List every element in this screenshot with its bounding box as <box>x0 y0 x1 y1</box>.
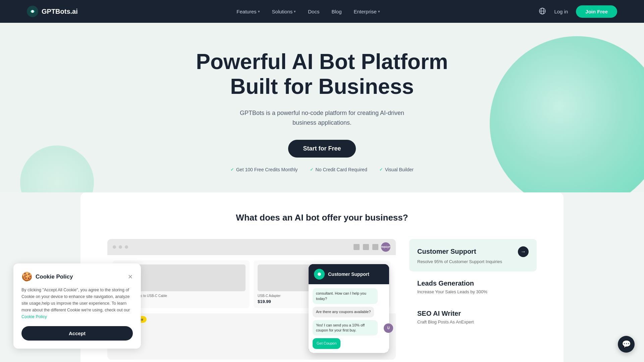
brand-name: GPTBots.ai <box>42 8 78 15</box>
cookie-title: Cookie Policy <box>36 274 73 280</box>
check-icon: ✓ <box>230 167 234 172</box>
nav-item-docs[interactable]: Docs <box>308 9 319 14</box>
login-link[interactable]: Log in <box>554 9 568 14</box>
chat-user-avatar: U <box>384 323 393 333</box>
feature-leads-generation[interactable]: Leads Generation Increase Your Sales Lea… <box>409 272 537 302</box>
feature-title: Customer Support <box>417 248 476 255</box>
hero-feature-visual-builder-label: Visual Builder <box>385 167 414 172</box>
browser-user-avatar: 6bjk2yff <box>381 242 390 252</box>
user-code-label: 6bjk2yff <box>381 246 390 248</box>
svg-rect-6 <box>363 244 369 250</box>
right-panel: Customer Support → Resolve 95% of Custom… <box>409 239 537 332</box>
hero-content: Powerful AI Bot Platform Built for Busin… <box>188 50 456 172</box>
chat-widget-header: Customer Support <box>309 264 389 284</box>
hero-feature-no-card: ✓ No Credit Card Required <box>310 167 367 172</box>
browser-icons <box>354 244 378 250</box>
nav-item-blog[interactable]: Blog <box>331 9 341 14</box>
feature-title-2: Leads Generation <box>417 280 474 287</box>
chatbot-fab-button[interactable]: 💬 <box>618 336 635 353</box>
cookie-emoji: 🍪 <box>21 272 32 282</box>
hero-section: Powerful AI Bot Platform Built for Busin… <box>0 23 644 192</box>
cookie-policy-link[interactable]: Cookie Policy <box>21 314 47 319</box>
cookie-banner: 🍪 Cookie Policy ✕ By clicking "Accept Al… <box>13 263 141 349</box>
chat-widget: Customer Support consultant. How can I h… <box>309 264 389 353</box>
feature-header: Customer Support → <box>417 246 529 257</box>
nav-item-enterprise[interactable]: Enterprise ▾ <box>354 9 380 14</box>
svg-point-1 <box>31 10 34 13</box>
feature-seo-writer[interactable]: SEO AI Writer Craft Blog Posts As AnExpe… <box>409 302 537 332</box>
chat-cta-bubble[interactable]: Get Coupon <box>313 338 340 349</box>
feature-description-2: Increase Your Sales Leads by 300% <box>417 289 529 294</box>
section-title: What does an AI bot offer your business? <box>107 213 537 223</box>
nav-item-features[interactable]: Features ▾ <box>236 9 260 14</box>
start-free-button[interactable]: Start for Free <box>288 140 356 158</box>
cookie-accept-button[interactable]: Accept <box>21 326 133 341</box>
chevron-down-icon: ▾ <box>378 9 380 14</box>
chat-message-1: consultant. How can I help you today? <box>313 288 378 304</box>
nav-item-solutions[interactable]: Solutions ▾ <box>272 9 296 14</box>
globe-icon <box>539 7 546 15</box>
bookmark-icon <box>354 244 360 250</box>
browser-dot <box>125 245 128 249</box>
browser-dot <box>119 245 122 249</box>
hero-feature-credits-label: Get 100 Free Credits Monthly <box>236 167 298 172</box>
chat-message-3: Yes! I can send you a 10% off coupon for… <box>313 320 378 336</box>
feature-header-2: Leads Generation <box>417 280 529 287</box>
cookie-close-button[interactable]: ✕ <box>128 273 133 281</box>
feature-description: Resolve 95% of Customer Support Inquirie… <box>417 259 529 264</box>
arrow-button[interactable]: → <box>518 246 529 257</box>
nav-links: Features ▾ Solutions ▾ Docs Blog Enterpr… <box>236 9 380 14</box>
svg-rect-5 <box>354 244 360 250</box>
logo-icon <box>27 6 38 17</box>
browser-dot <box>113 245 116 249</box>
chat-message-2: Are there any coupons available? <box>313 307 374 317</box>
hero-bg-circle <box>490 36 644 192</box>
language-selector[interactable] <box>539 7 546 16</box>
hero-bg-circle2 <box>20 145 94 192</box>
feature-header-3: SEO AI Writer <box>417 310 529 317</box>
logo[interactable]: GPTBots.ai <box>27 6 78 17</box>
hero-feature-credits: ✓ Get 100 Free Credits Monthly <box>230 167 298 172</box>
hero-title: Powerful AI Bot Platform Built for Busin… <box>188 50 456 99</box>
hero-feature-no-card-label: No Credit Card Required <box>316 167 367 172</box>
join-free-button[interactable]: Join Free <box>576 5 617 18</box>
nav-right: Log in Join Free <box>539 5 617 18</box>
svg-point-9 <box>318 273 321 276</box>
chat-widget-body: consultant. How can I help you today? Ar… <box>309 284 389 353</box>
feature-title-3: SEO AI Writer <box>417 310 461 317</box>
hero-subtitle: GPTBots is a powerful no-code platform f… <box>235 108 409 128</box>
features-section: What does an AI bot offer your business?… <box>80 192 564 362</box>
hero-feature-visual-builder: ✓ Visual Builder <box>379 167 414 172</box>
chevron-down-icon: ▾ <box>294 9 296 14</box>
chat-widget-title: Customer Support <box>328 272 369 277</box>
cookie-header: 🍪 Cookie Policy ✕ <box>21 272 133 282</box>
chat-icon: 💬 <box>622 340 631 349</box>
content-area: 6bjk2yff Matech Magnetic to USB-C Cable … <box>107 239 537 360</box>
feature-description-3: Craft Blog Posts As AnExpert <box>417 319 529 324</box>
cookie-text: By clicking "Accept All Cookie", you agr… <box>21 287 133 320</box>
settings-icon <box>372 244 378 250</box>
browser-bar: 6bjk2yff <box>107 239 396 255</box>
feature-customer-support[interactable]: Customer Support → Resolve 95% of Custom… <box>409 239 537 272</box>
navbar: GPTBots.ai Features ▾ Solutions ▾ Docs B… <box>0 0 644 23</box>
check-icon: ✓ <box>379 167 383 172</box>
check-icon: ✓ <box>310 167 314 172</box>
chat-bot-avatar <box>314 269 325 280</box>
chevron-down-icon: ▾ <box>258 9 260 14</box>
svg-rect-7 <box>372 244 378 250</box>
chat-preview: 6bjk2yff Matech Magnetic to USB-C Cable … <box>107 239 396 360</box>
refresh-icon <box>363 244 369 250</box>
hero-features: ✓ Get 100 Free Credits Monthly ✓ No Cred… <box>188 167 456 172</box>
